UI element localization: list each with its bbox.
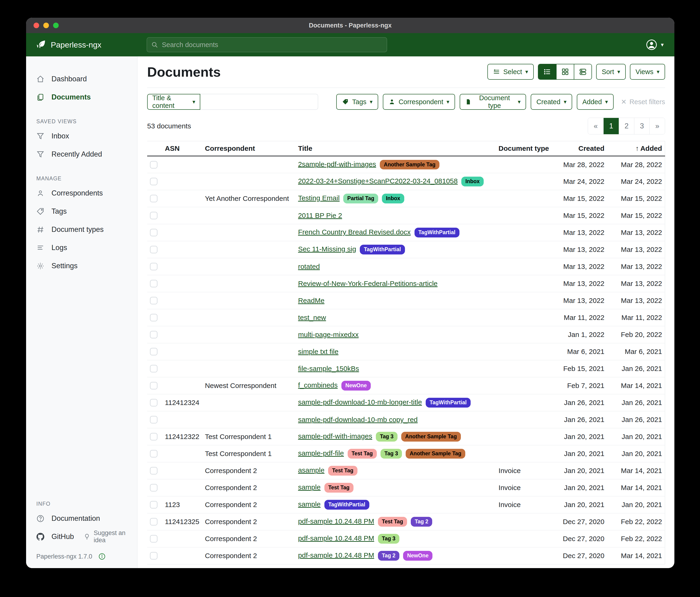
row-checkbox[interactable]	[150, 331, 157, 338]
tag-pill[interactable]: Inbox	[461, 176, 483, 186]
zoom-window-button[interactable]	[53, 23, 59, 28]
document-title-link[interactable]: asample	[298, 466, 324, 474]
minimize-window-button[interactable]	[43, 23, 49, 28]
brand[interactable]: Paperless-ngx	[26, 39, 101, 50]
row-checkbox[interactable]	[150, 161, 157, 168]
user-menu[interactable]: ▾	[646, 39, 664, 50]
document-title-link[interactable]: rotated	[298, 263, 320, 270]
document-title-link[interactable]: ReadMe	[298, 296, 324, 304]
row-checkbox[interactable]	[150, 552, 157, 559]
pagination-next-button[interactable]: »	[649, 118, 665, 134]
sort-button[interactable]: Sort ▾	[596, 64, 626, 80]
sidebar-item-inbox[interactable]: Inbox	[26, 127, 137, 145]
suggest-idea-link[interactable]: Suggest an idea	[83, 529, 137, 544]
document-title-link[interactable]: pdf-sample 10.24.48 PM	[298, 517, 374, 525]
header-added[interactable]: ↑Added	[607, 141, 665, 156]
row-checkbox[interactable]	[150, 535, 157, 543]
sidebar-item-settings[interactable]: Settings	[26, 257, 137, 275]
tag-pill[interactable]: TagWithPartial	[415, 228, 459, 237]
tag-pill[interactable]: Another Sample Tag	[401, 432, 461, 441]
document-title-link[interactable]: sample	[298, 483, 321, 491]
header-asn[interactable]: ASN	[162, 141, 202, 156]
tag-pill[interactable]: Test Tag	[328, 466, 357, 475]
tag-pill[interactable]: TagWithPartial	[426, 398, 471, 407]
document-title-link[interactable]: sample-pdf-download-10-mb copy_red	[298, 416, 418, 423]
view-cards-button[interactable]	[574, 64, 592, 79]
row-checkbox[interactable]	[150, 263, 157, 270]
added-filter-button[interactable]: Added ▾	[577, 94, 614, 110]
document-title-link[interactable]: sample-pdf-file	[298, 449, 344, 457]
row-checkbox[interactable]	[150, 433, 157, 440]
sidebar-item-documentation[interactable]: Documentation	[26, 509, 137, 528]
document-title-link[interactable]: sample	[298, 500, 321, 508]
global-search[interactable]	[147, 37, 387, 52]
row-checkbox[interactable]	[150, 246, 157, 253]
tags-filter-button[interactable]: Tags ▾	[336, 94, 378, 110]
pagination-prev-button[interactable]: «	[588, 118, 603, 134]
tag-pill[interactable]: TagWithPartial	[324, 500, 369, 509]
tag-pill[interactable]: Another Sample Tag	[406, 449, 465, 458]
sidebar-item-document-types[interactable]: Document types	[26, 220, 137, 239]
row-checkbox[interactable]	[150, 229, 157, 236]
document-title-link[interactable]: simple txt file	[298, 348, 339, 355]
tag-pill[interactable]: NewOne	[403, 551, 432, 560]
document-title-link[interactable]: sample-pdf-download-10-mb-longer-title	[298, 398, 422, 406]
header-document-type[interactable]: Document type	[496, 141, 552, 156]
tag-pill[interactable]: Tag 3	[378, 534, 399, 543]
info-circle-icon[interactable]	[98, 553, 106, 560]
document-title-link[interactable]: French Country Bread Revised.docx	[298, 228, 411, 236]
row-checkbox[interactable]	[150, 297, 157, 304]
document-title-link[interactable]: 2sample-pdf-with-images	[298, 160, 376, 168]
tag-pill[interactable]: Tag 3	[376, 432, 397, 441]
sidebar-item-logs[interactable]: Logs	[26, 239, 137, 257]
document-title-link[interactable]: file-sample_150kBs	[298, 365, 359, 373]
row-checkbox[interactable]	[150, 382, 157, 389]
tag-pill[interactable]: NewOne	[341, 381, 371, 390]
reset-filters-button[interactable]: ✕ Reset filters	[621, 98, 665, 106]
document-title-link[interactable]: Testing Email	[298, 194, 340, 202]
header-correspondent[interactable]: Correspondent	[202, 141, 295, 156]
filter-field-button[interactable]: Title & content ▾	[147, 94, 200, 110]
tag-pill[interactable]: Tag 2	[411, 517, 432, 526]
row-checkbox[interactable]	[150, 348, 157, 355]
filter-text-input[interactable]	[200, 94, 318, 110]
sidebar-item-tags[interactable]: Tags	[26, 202, 137, 220]
sidebar-item-documents[interactable]: Documents	[26, 88, 137, 106]
tag-pill[interactable]: Test Tag	[378, 517, 407, 526]
header-created[interactable]: Created	[552, 141, 607, 156]
pagination-page-1[interactable]: 1	[603, 118, 619, 134]
tag-pill[interactable]: Another Sample Tag	[380, 160, 440, 169]
sidebar-item-correspondents[interactable]: Correspondents	[26, 184, 137, 202]
document-title-link[interactable]: sample-pdf-with-images	[298, 432, 372, 440]
row-checkbox[interactable]	[150, 178, 157, 185]
row-checkbox[interactable]	[150, 450, 157, 457]
document-title-link[interactable]: pdf-sample 10.24.48 PM	[298, 551, 374, 559]
document-title-link[interactable]: f_combineds	[298, 381, 338, 389]
pagination-page-3[interactable]: 3	[634, 118, 649, 134]
row-checkbox[interactable]	[150, 314, 157, 321]
tag-pill[interactable]: TagWithPartial	[360, 245, 405, 254]
tag-pill[interactable]: Partial Tag	[343, 194, 378, 203]
document-title-link[interactable]: Review-of-New-York-Federal-Petitions-art…	[298, 280, 438, 287]
search-input[interactable]	[162, 41, 383, 49]
document-type-filter-button[interactable]: Document type ▾	[460, 94, 526, 110]
tag-pill[interactable]: Tag 2	[378, 551, 399, 560]
document-title-link[interactable]: test_new	[298, 314, 326, 321]
pagination-page-2[interactable]: 2	[619, 118, 634, 134]
sidebar-item-github[interactable]: GitHub	[26, 528, 74, 546]
view-list-button[interactable]	[539, 64, 556, 79]
document-title-link[interactable]: Sec 11-Missing sig	[298, 245, 356, 253]
tag-pill[interactable]: Test Tag	[324, 483, 353, 493]
row-checkbox[interactable]	[150, 212, 157, 219]
row-checkbox[interactable]	[150, 416, 157, 423]
row-checkbox[interactable]	[150, 467, 157, 474]
document-title-link[interactable]: 2011 BP Pie 2	[298, 212, 342, 219]
document-title-link[interactable]: 2022-03-24+Sonstige+ScanPC2022-03-24_081…	[298, 177, 458, 185]
header-title[interactable]: Title	[295, 141, 496, 156]
row-checkbox[interactable]	[150, 518, 157, 525]
view-grid-button[interactable]	[556, 64, 574, 79]
tag-pill[interactable]: Tag 3	[380, 449, 402, 458]
row-checkbox[interactable]	[150, 399, 157, 406]
document-title-link[interactable]: pdf-sample 10.24.48 PM	[298, 534, 374, 542]
close-window-button[interactable]	[33, 23, 39, 28]
